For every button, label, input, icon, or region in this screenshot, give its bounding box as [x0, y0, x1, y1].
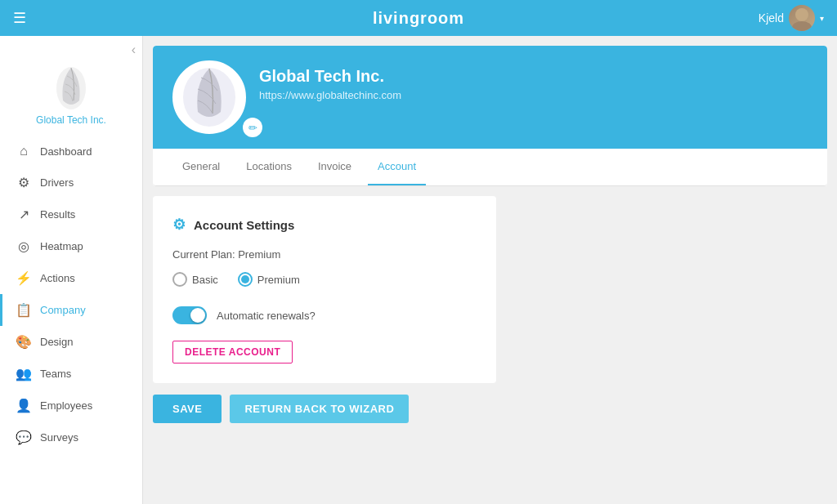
plan-option-basic[interactable]: Basic	[172, 272, 218, 287]
sidebar-item-design[interactable]: 🎨 Design	[0, 326, 142, 358]
return-wizard-button[interactable]: RETURN BACK TO WIZARD	[230, 395, 409, 423]
sidebar-item-surveys[interactable]: 💬 Surveys	[0, 421, 142, 453]
tabs-bar: General Locations Invoice Account	[153, 149, 827, 186]
company-icon: 📋	[16, 302, 32, 318]
sidebar-item-company[interactable]: 📋 Company	[0, 294, 142, 326]
radio-basic[interactable]	[172, 272, 187, 287]
sidebar-brand-name: Global Tech Inc.	[36, 114, 106, 126]
user-caret-icon: ▾	[820, 14, 824, 23]
actions-icon: ⚡	[16, 270, 32, 286]
sidebar-item-heatmap-label: Heatmap	[40, 240, 83, 252]
svg-point-1	[792, 21, 812, 31]
profile-info: Global Tech Inc. https://www.globaltechi…	[259, 60, 401, 101]
sidebar: ‹ Global Tech Inc. ⌂ Dashboard	[0, 36, 143, 504]
profile-card: Global Tech Inc. https://www.globaltechi…	[153, 46, 827, 149]
heatmap-icon: ◎	[16, 239, 32, 254]
sidebar-collapse-icon[interactable]: ‹	[132, 42, 136, 57]
user-menu[interactable]: Kjeld ▾	[759, 5, 824, 31]
sidebar-item-surveys-label: Surveys	[40, 431, 78, 444]
settings-card: ⚙ Account Settings Current Plan: Premium…	[153, 196, 496, 383]
tab-account[interactable]: Account	[368, 149, 426, 185]
profile-edit-icon[interactable]: ✏	[243, 118, 262, 137]
sidebar-item-actions[interactable]: ⚡ Actions	[0, 262, 142, 294]
svg-point-0	[795, 8, 808, 21]
tab-locations[interactable]: Locations	[236, 149, 302, 185]
surveys-icon: 💬	[16, 430, 32, 445]
user-avatar	[789, 5, 815, 31]
sidebar-brand: Global Tech Inc.	[0, 57, 142, 136]
sidebar-item-heatmap[interactable]: ◎ Heatmap	[0, 230, 142, 262]
action-buttons: SAVE RETURN BACK TO WIZARD	[153, 395, 827, 423]
hamburger-icon[interactable]: ☰	[13, 9, 26, 27]
settings-title: ⚙ Account Settings	[172, 216, 477, 234]
topnav: ☰ livingroom Kjeld ▾	[0, 0, 837, 36]
company-avatar	[172, 60, 246, 134]
sidebar-item-employees-label: Employees	[40, 399, 92, 412]
sidebar-item-employees[interactable]: 👤 Employees	[0, 390, 142, 421]
sidebar-item-dashboard[interactable]: ⌂ Dashboard	[0, 136, 142, 167]
plan-basic-label: Basic	[192, 274, 218, 286]
results-icon: ↗	[16, 207, 32, 222]
sidebar-item-results[interactable]: ↗ Results	[0, 198, 142, 230]
teams-icon: 👥	[16, 366, 32, 381]
save-button[interactable]: SAVE	[153, 395, 222, 423]
sidebar-item-drivers-label: Drivers	[40, 176, 74, 189]
toggle-row: Automatic renewals?	[172, 306, 477, 324]
design-icon: 🎨	[16, 334, 32, 350]
plan-premium-label: Premium	[257, 274, 300, 286]
current-plan-label: Current Plan: Premium	[172, 248, 477, 261]
company-url: https://www.globaltechinc.com	[259, 89, 401, 101]
sidebar-item-drivers[interactable]: ⚙ Drivers	[0, 167, 142, 198]
sidebar-item-teams-label: Teams	[40, 368, 71, 380]
main-content: Global Tech Inc. https://www.globaltechi…	[143, 36, 837, 504]
plan-options: Basic Premium	[172, 272, 477, 287]
app-logo: livingroom	[373, 9, 464, 28]
sidebar-item-company-label: Company	[40, 304, 86, 316]
profile-section: Global Tech Inc. https://www.globaltechi…	[153, 46, 827, 186]
sidebar-item-teams[interactable]: 👥 Teams	[0, 358, 142, 390]
auto-renewal-toggle[interactable]	[172, 306, 207, 324]
sidebar-item-results-label: Results	[40, 208, 75, 221]
delete-account-button[interactable]: DELETE ACCOUNT	[172, 341, 293, 364]
plan-option-premium[interactable]: Premium	[238, 272, 300, 287]
tab-general[interactable]: General	[172, 149, 230, 185]
radio-premium[interactable]	[238, 272, 253, 287]
settings-title-text: Account Settings	[194, 218, 294, 232]
user-name: Kjeld	[759, 11, 784, 25]
dashboard-icon: ⌂	[16, 144, 32, 158]
sidebar-item-actions-label: Actions	[40, 272, 75, 284]
sidebar-nav: ⌂ Dashboard ⚙ Drivers ↗ Results ◎ Heatma…	[0, 136, 142, 504]
employees-icon: 👤	[16, 398, 32, 413]
brand-logo	[51, 64, 92, 113]
radio-premium-fill	[241, 275, 249, 283]
sidebar-item-design-label: Design	[40, 336, 73, 348]
company-name: Global Tech Inc.	[259, 67, 401, 86]
sidebar-item-dashboard-label: Dashboard	[40, 145, 92, 158]
tab-invoice[interactable]: Invoice	[308, 149, 361, 185]
toggle-label: Automatic renewals?	[217, 310, 316, 322]
drivers-icon: ⚙	[16, 175, 32, 190]
settings-gear-icon: ⚙	[172, 216, 186, 234]
